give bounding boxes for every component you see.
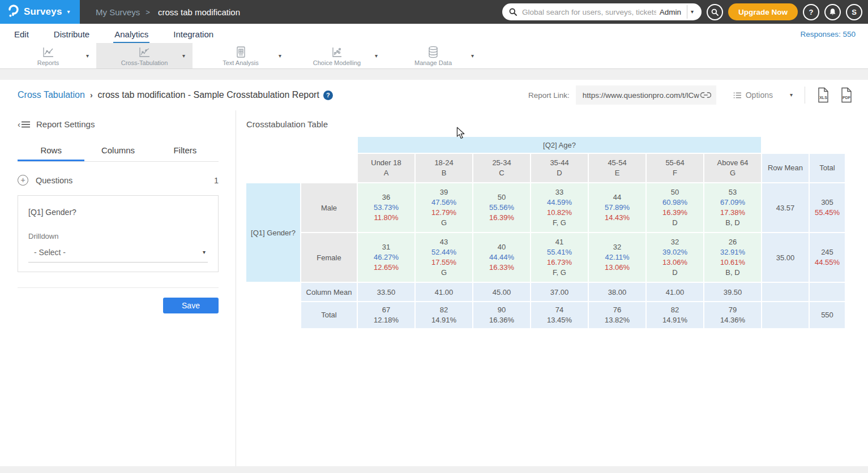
crosstab-body: [Q2] Age?Under 18A18-24B25-34C35-44D45-5… — [246, 137, 845, 328]
link-icon[interactable] — [700, 92, 711, 98]
row-total-cell: 30555.45% — [810, 183, 845, 232]
breadcrumb-my-surveys[interactable]: My Surveys — [96, 7, 140, 17]
report-link-box — [576, 85, 716, 105]
tool-manage-data[interactable]: Manage Data ▾ — [385, 43, 481, 68]
tool-cross-tabulation[interactable]: Cross-Tabulation ▾ — [96, 43, 193, 68]
empty-cell — [762, 302, 809, 328]
help-icon[interactable]: ? — [323, 91, 333, 100]
data-cell: 3146.27%12.65% — [358, 233, 414, 282]
collapse-panel-icon[interactable]: ‹ — [18, 120, 30, 128]
caret-down-icon[interactable]: ▾ — [471, 53, 474, 59]
options-label: Options — [746, 91, 773, 100]
report-link-label: Report Link: — [528, 91, 570, 100]
question-card: [Q1] Gender? Drilldown - Select - ▾ — [18, 195, 219, 272]
tab-columns[interactable]: Columns — [84, 140, 151, 161]
caret-down-icon[interactable]: ▾ — [790, 92, 793, 98]
questions-label: Questions — [36, 176, 72, 185]
column-mean-cell: 41.00 — [647, 283, 703, 301]
breadcrumb-cross-tabulation[interactable]: Cross Tabulation — [18, 90, 85, 100]
report-header-bar: Cross Tabulation › cross tab modificatio… — [0, 80, 868, 110]
drilldown-label: Drilldown — [28, 232, 208, 240]
report-link-input[interactable] — [581, 91, 700, 100]
spacer-cell — [762, 137, 845, 153]
line-chart-icon — [138, 45, 151, 59]
save-button[interactable]: Save — [163, 298, 219, 313]
crosstab-area: Crosstabulation Table [Q2] Age?Under 18A… — [236, 110, 868, 466]
column-header-cell: 25-34C — [473, 154, 530, 182]
nav-edit[interactable]: Edit — [13, 27, 30, 43]
avatar[interactable]: S — [846, 4, 862, 20]
row-mean-cell: 43.57 — [762, 183, 809, 232]
top-bar: Surveys ▾ My Surveys > cross tab modific… — [0, 0, 868, 24]
spacer-cell — [246, 154, 357, 182]
breadcrumb-separator: > — [146, 8, 150, 16]
search-scope[interactable]: Admin — [657, 8, 687, 16]
question-label: [Q1] Gender? — [28, 208, 208, 217]
chevron-left-icon: ‹ — [18, 120, 20, 128]
page-footer — [0, 466, 868, 473]
data-cell: 3947.56%12.79%G — [416, 183, 472, 232]
totals-row: Total6712.18%8214.91%9016.36%7413.45%761… — [246, 302, 845, 328]
data-row: Female3146.27%12.65%4352.44%17.55%G4044.… — [246, 233, 845, 282]
scatter-chart-icon — [330, 45, 344, 59]
tab-filters[interactable]: Filters — [152, 140, 219, 161]
total-cell: 8214.91% — [647, 302, 703, 328]
add-question-button[interactable]: + — [18, 175, 28, 186]
xls-label: XLS — [819, 96, 827, 100]
data-cell: 3344.59%10.82%F, G — [531, 183, 588, 232]
tool-text-analysis[interactable]: Text Analysis ▾ — [193, 43, 289, 68]
export-xls-button[interactable]: XLS — [816, 87, 830, 103]
nav-integration[interactable]: Integration — [172, 27, 215, 43]
help-button[interactable]: ? — [803, 4, 819, 20]
caret-down-icon[interactable]: ▾ — [182, 53, 185, 59]
responses-count: Responses: 550 — [800, 30, 856, 43]
empty-cell — [810, 283, 845, 301]
search-button[interactable] — [707, 4, 723, 20]
column-mean-label: Column Mean — [301, 283, 357, 301]
data-cell: 4352.44%17.55%G — [416, 233, 472, 282]
column-header-cell: 35-44D — [531, 154, 588, 182]
export-pdf-button[interactable]: PDF — [839, 87, 853, 103]
tool-reports[interactable]: Reports ▾ — [0, 43, 96, 68]
pdf-label: PDF — [843, 96, 851, 100]
upgrade-now-button[interactable]: Upgrade Now — [728, 3, 798, 20]
spacer-cell — [246, 283, 300, 301]
global-search-input[interactable] — [521, 7, 657, 17]
column-header-cell: Under 18A — [358, 154, 414, 182]
panel-footer: Save — [18, 287, 219, 313]
total-cell: 7914.36% — [704, 302, 761, 328]
row-group-header: [Q1] Gender? — [246, 183, 300, 282]
tool-label: Cross-Tabulation — [121, 59, 168, 66]
column-group-header: [Q2] Age? — [358, 137, 761, 153]
product-switcher[interactable]: Surveys ▾ — [0, 0, 80, 24]
tab-rows[interactable]: Rows — [18, 140, 84, 161]
tool-choice-modelling[interactable]: Choice Modelling ▾ — [289, 43, 385, 68]
analytics-toolbar: Reports ▾ Cross-Tabulation ▾ Text Analys… — [0, 43, 868, 69]
row-total-cell: 24544.55% — [810, 233, 845, 282]
row-label-cell: Female — [301, 233, 357, 282]
avatar-letter: S — [852, 8, 857, 16]
nav-analytics[interactable]: Analytics — [113, 27, 149, 43]
breadcrumb-separator: › — [90, 91, 93, 100]
notifications-button[interactable] — [824, 4, 841, 20]
caret-down-icon[interactable]: ▾ — [279, 53, 281, 59]
data-cell: 4155.41%16.73%F, G — [531, 233, 588, 282]
caret-down-icon[interactable]: ▾ — [375, 53, 378, 59]
list-icon — [733, 92, 742, 99]
column-mean-cell: 41.00 — [416, 283, 472, 301]
row-mean-cell: 35.00 — [762, 233, 809, 282]
caret-down-icon[interactable]: ▾ — [86, 53, 89, 59]
top-breadcrumb: My Surveys > cross tab modification — [80, 0, 502, 24]
page-gap — [0, 69, 868, 80]
caret-down-icon: ▾ — [67, 9, 70, 15]
questions-row: + Questions 1 — [18, 175, 219, 186]
options-button[interactable]: Options — [733, 91, 773, 100]
column-header-row: Under 18A18-24B25-34C35-44D45-54E55-64FA… — [246, 154, 845, 182]
caret-down-icon[interactable]: ▾ — [687, 9, 697, 15]
total-cell: 7613.82% — [589, 302, 645, 328]
column-mean-cell: 38.00 — [589, 283, 645, 301]
nav-distribute[interactable]: Distribute — [53, 27, 91, 43]
divider — [805, 87, 805, 104]
drilldown-select[interactable]: - Select - ▾ — [28, 242, 208, 263]
totals-label: Total — [301, 302, 357, 328]
